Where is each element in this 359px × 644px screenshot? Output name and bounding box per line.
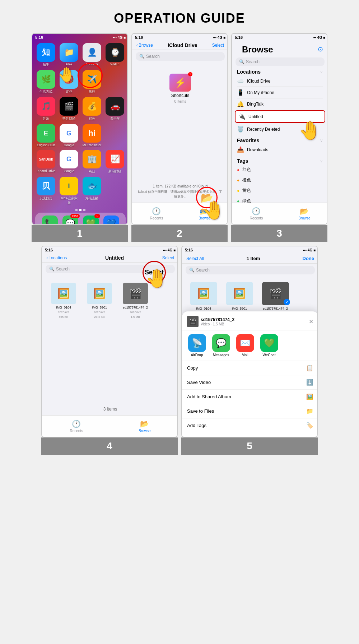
app-beike[interactable]: 贝 贝壳找房 xyxy=(36,177,56,205)
step5-time: 5:16 xyxy=(185,248,193,252)
dock-phone[interactable]: 📞 xyxy=(42,216,58,224)
step-5-screen: 5:16 ▪▪▪ 4G ■ Select All 1 Item Done 🔍 S… xyxy=(182,246,318,437)
icloud-drive-item[interactable]: ☁️ iCloud Drive xyxy=(232,75,327,87)
step4-recents-icon: 🕐 xyxy=(72,420,81,428)
step2-back[interactable]: ‹ Browse xyxy=(136,43,153,48)
dingtalk-item[interactable]: 🔔 DingTalk xyxy=(232,98,327,110)
app-zhihu[interactable]: 知 知乎 xyxy=(36,43,56,67)
share-app-messages[interactable]: 💬 Messages xyxy=(211,334,231,357)
mail-icon: ✉️ xyxy=(236,334,254,352)
recently-deleted-item[interactable]: 🗑️ Recently Deleted xyxy=(232,124,327,135)
step4-select[interactable]: Select xyxy=(162,255,174,260)
file-date-2: 2020/6/2 xyxy=(130,311,141,314)
wechat-badge: 1 xyxy=(94,214,100,218)
step2-search-placeholder: Search xyxy=(146,54,160,59)
step3-tab-recents[interactable]: 🕐 Recents xyxy=(250,207,263,220)
app-beibao[interactable]: 🎒 背包 xyxy=(59,70,79,94)
step2-search[interactable]: 🔍 Search xyxy=(136,52,225,61)
step1-app-grid: 知 知乎 📁 Files 👤 Contacts xyxy=(32,41,128,208)
share-action-copy[interactable]: Copy 📋 xyxy=(182,361,318,375)
step5-search[interactable]: 🔍 Search xyxy=(186,266,315,274)
app-files-label: Files xyxy=(65,62,72,66)
step2-tab-recents[interactable]: 🕐 Recents xyxy=(150,207,163,220)
share-action-save-files[interactable]: Save to Files 📁 xyxy=(182,404,318,418)
messages-badge: 1556 xyxy=(70,214,80,218)
dock-alipay[interactable]: 💙 xyxy=(103,216,119,224)
app-shop[interactable]: 🏢 商业 xyxy=(82,150,102,174)
app-music[interactable]: 🎵 音乐 xyxy=(36,97,56,121)
tags-section: Tags ∨ xyxy=(232,157,327,165)
favorites-label: Favorites xyxy=(237,138,259,143)
share-close-button[interactable]: ✕ xyxy=(309,318,313,325)
app-car[interactable]: 🚗 关于车 xyxy=(105,97,125,121)
select-text: Select xyxy=(145,269,164,276)
dot xyxy=(83,209,85,211)
add-tags-label: Add Tags xyxy=(187,423,206,428)
step5-item-count: 1 Item xyxy=(247,256,260,261)
app-watch[interactable]: ⌚ Watch xyxy=(105,43,125,67)
step-2-screen: 5:16 ▪▪▪ 4G ■ ‹ Browse iCloud Drive Sele… xyxy=(132,34,228,224)
step-5-phone-frame: 5:16 ▪▪▪ 4G ■ Select All 1 Item Done 🔍 S… xyxy=(181,246,318,437)
dock-wechat[interactable]: 💚 1 xyxy=(83,216,99,224)
step3-search[interactable]: 🔍 Search xyxy=(236,57,325,66)
app-sina[interactable]: 📈 新浪财经 xyxy=(105,150,125,174)
tag-yellow[interactable]: ● 黄色 xyxy=(232,185,327,196)
step3-search-placeholder: Search xyxy=(246,59,260,64)
app-life[interactable]: 🌿 生活方式 xyxy=(36,70,56,94)
app-ikea[interactable]: I IKEA宜家家居 xyxy=(59,177,79,205)
app-hi[interactable]: hi Mr.Translator xyxy=(82,124,102,147)
dingtalk-icon: 🔔 xyxy=(237,101,244,107)
dock-messages[interactable]: 💬 1556 xyxy=(62,216,78,224)
on-my-iphone-item[interactable]: 📱 On My iPhone xyxy=(232,87,327,98)
step5-done[interactable]: Done xyxy=(303,256,314,261)
app-finance[interactable]: 💰 财务 xyxy=(82,97,102,121)
downloads-item[interactable]: 📥 Downloads xyxy=(232,144,327,155)
step2-select[interactable]: Select xyxy=(212,43,224,48)
file-select-name-1: IMG_5901 xyxy=(232,307,247,310)
app-tiktok[interactable]: 🎬 抖音财经 xyxy=(59,97,79,121)
share-action-save-video[interactable]: Save Video ⬇️ xyxy=(182,375,318,389)
file-item-0[interactable]: 🖼️ IMG_0104 2020/6/2 655 KB xyxy=(49,283,78,319)
app-sandisk[interactable]: SanDisk iXpand Drive xyxy=(36,150,56,174)
browse-label: Browse xyxy=(196,209,218,213)
app-google2[interactable]: G Google xyxy=(59,150,79,174)
tag-red[interactable]: ● 红色 xyxy=(232,165,327,175)
iphone-icon: 📱 xyxy=(237,89,244,96)
step-3-phone-frame: 5:16 ▪▪▪ 4G ■ Browse ⊙ 🔍 Search Location… xyxy=(231,33,327,225)
step4-tab-recents-label: Recents xyxy=(70,429,83,433)
step4-tab-browse[interactable]: 📂 Browse xyxy=(139,420,150,433)
share-action-add-tags[interactable]: Add Tags 🏷️ xyxy=(182,418,318,432)
app-english[interactable]: E English Club xyxy=(36,124,56,147)
step5-select-all[interactable]: Select All xyxy=(186,256,204,261)
file-select-name-0: IMG_0104 xyxy=(196,307,211,310)
step2-signal: ▪▪▪ 4G ■ xyxy=(213,36,225,40)
ellipsis-icon[interactable]: ⊙ xyxy=(318,45,323,53)
untitled-item[interactable]: 🔌 Untitled xyxy=(235,110,325,123)
step-4-screen: 5:16 ▪▪▪ 4G ■ ‹ Locations Untitled Selec… xyxy=(42,246,178,437)
tag-orange-icon: ● xyxy=(237,178,239,183)
file-date-1: 2020/6/2 xyxy=(94,311,105,314)
app-fish[interactable]: 🐟 海底直播 xyxy=(82,177,102,205)
step3-tab-browse[interactable]: 📂 Browse xyxy=(298,207,310,220)
step4-tab-recents[interactable]: 🕐 Recents xyxy=(70,420,83,433)
share-app-mail[interactable]: ✉️ Mail xyxy=(235,334,255,357)
shortcuts-folder[interactable]: ⚡ 1 Shortcuts 0 Items xyxy=(169,74,191,103)
share-app-wechat[interactable]: 💚 WeChat xyxy=(259,334,279,357)
recents-icon: 🕐 xyxy=(152,207,161,216)
step3-search-icon: 🔍 xyxy=(239,59,244,64)
file-item-2[interactable]: 🎬 sd1575781474_2 2020/6/2 1.5 MB xyxy=(121,283,150,319)
tag-orange[interactable]: ● 橙色 xyxy=(232,175,327,185)
app-google[interactable]: G Google xyxy=(59,124,79,147)
share-app-airdrop[interactable]: 📡 AirDrop xyxy=(187,334,207,357)
file-select-icon-0: 🖼️ xyxy=(190,282,217,305)
tab-browse-label: Browse xyxy=(199,216,210,220)
step4-back[interactable]: ‹ Locations xyxy=(46,255,67,260)
app-google-icon: G xyxy=(60,124,78,143)
app-files[interactable]: 📁 Files xyxy=(59,43,79,67)
share-action-shared-album[interactable]: Add to Shared Album 🖼️ xyxy=(182,389,318,404)
dot xyxy=(75,209,78,211)
app-watch-icon: ⌚ xyxy=(106,43,124,62)
file-item-1[interactable]: 🖼️ IMG_5901 2020/6/2 Zero KB xyxy=(85,283,114,319)
app-car-icon: 🚗 xyxy=(106,97,124,116)
app-music-icon: 🎵 xyxy=(37,97,55,116)
